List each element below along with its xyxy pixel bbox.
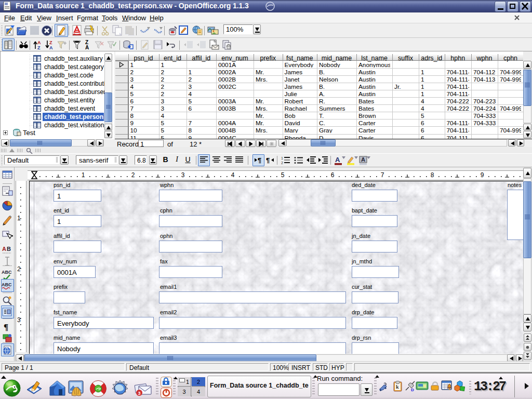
svg-text:A: A xyxy=(361,156,365,163)
svg-text:A: A xyxy=(335,156,340,164)
svg-text:D: D xyxy=(411,388,414,392)
svg-text:3: 3 xyxy=(138,391,141,396)
svg-text:A: A xyxy=(2,246,6,252)
svg-text:Z: Z xyxy=(49,40,52,45)
svg-text:B: B xyxy=(7,246,11,252)
svg-text:ABC: ABC xyxy=(2,270,12,275)
svg-text:Z: Z xyxy=(37,45,41,50)
svg-text:ABC: ABC xyxy=(2,282,12,287)
svg-text:k: k xyxy=(396,384,399,390)
svg-text:A: A xyxy=(85,45,89,50)
svg-text:A: A xyxy=(37,40,41,45)
svg-text:¶: ¶ xyxy=(4,322,8,332)
svg-text:¶: ¶ xyxy=(258,156,261,164)
svg-text:1: 1 xyxy=(281,156,283,160)
svg-text:¶: ¶ xyxy=(266,156,270,164)
svg-text:A: A xyxy=(49,45,53,50)
svg-text:2: 2 xyxy=(281,161,283,165)
